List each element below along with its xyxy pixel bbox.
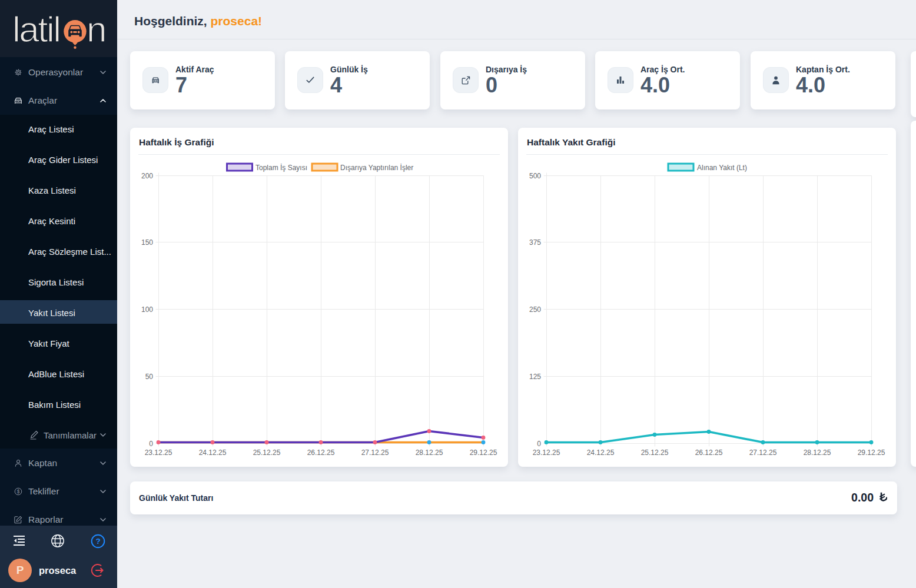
svg-text:150: 150	[141, 238, 153, 247]
svg-text:Dışarıya Yaptırılan İşler: Dışarıya Yaptırılan İşler	[340, 164, 413, 172]
svg-text:28.12.25: 28.12.25	[416, 449, 443, 457]
svg-text:25.12.25: 25.12.25	[641, 449, 669, 457]
svg-text:Toplam İş Sayısı: Toplam İş Sayısı	[255, 164, 307, 172]
svg-text:0: 0	[149, 440, 153, 448]
svg-text:23.12.25: 23.12.25	[145, 449, 172, 457]
svg-text:375: 375	[529, 238, 541, 247]
svg-text:latil: latil	[12, 9, 60, 49]
svg-text:28.12.25: 28.12.25	[804, 449, 831, 457]
svg-text:27.12.25: 27.12.25	[361, 449, 389, 457]
svg-text:500: 500	[529, 172, 541, 180]
svg-text:24.12.25: 24.12.25	[587, 449, 615, 457]
svg-text:23.12.25: 23.12.25	[533, 449, 560, 457]
svg-text:200: 200	[141, 172, 153, 180]
svg-text:$: $	[17, 489, 20, 494]
svg-text:25.12.25: 25.12.25	[253, 449, 281, 457]
svg-text:29.12.25: 29.12.25	[470, 449, 497, 457]
svg-text:Alınan Yakıt (Lt): Alınan Yakıt (Lt)	[697, 164, 747, 172]
svg-text:250: 250	[529, 305, 541, 314]
svg-text:27.12.25: 27.12.25	[749, 449, 777, 457]
svg-text:100: 100	[141, 305, 153, 314]
svg-text:n: n	[87, 9, 107, 49]
svg-text:26.12.25: 26.12.25	[695, 449, 723, 457]
svg-text:50: 50	[145, 373, 154, 381]
svg-text:0: 0	[537, 440, 541, 448]
svg-text:29.12.25: 29.12.25	[858, 449, 885, 457]
svg-text:125: 125	[529, 373, 541, 381]
svg-text:?: ?	[95, 537, 100, 546]
svg-text:26.12.25: 26.12.25	[307, 449, 335, 457]
svg-text:24.12.25: 24.12.25	[199, 449, 227, 457]
